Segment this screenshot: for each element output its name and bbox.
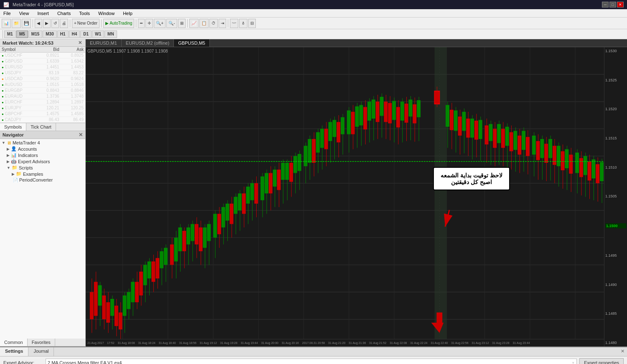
line-button[interactable]: ━ <box>138 19 145 28</box>
close-button[interactable]: ✕ <box>617 2 624 8</box>
menu-view[interactable]: View <box>18 11 31 16</box>
price-1530: 1.1530 <box>605 49 626 53</box>
menu-window[interactable]: Window <box>97 11 116 16</box>
svg-rect-204 <box>493 129 497 148</box>
svg-rect-137 <box>332 120 336 137</box>
tf-d1[interactable]: D1 <box>80 30 92 38</box>
svg-rect-182 <box>446 105 449 127</box>
maximize-button[interactable]: □ <box>609 2 616 8</box>
tf-h1[interactable]: H1 <box>57 30 69 38</box>
tf-m1[interactable]: M1 <box>4 30 16 38</box>
market-watch-close[interactable]: ✕ <box>77 40 83 46</box>
market-watch-row[interactable]: ● EURUSD1.44511.4453 <box>0 64 85 70</box>
reload-button[interactable]: ↺ <box>51 19 59 28</box>
menu-tools[interactable]: Tools <box>77 11 92 16</box>
market-watch-row[interactable]: ● USDCHF0.89210.8925 <box>0 53 85 58</box>
menu-insert[interactable]: Insert <box>36 11 51 16</box>
expert-properties-button[interactable]: Expert properties <box>579 358 624 364</box>
nav-scripts[interactable]: ▼ 📁 Scripts <box>0 164 85 171</box>
save-button[interactable]: 💾 <box>22 19 31 28</box>
zoom-in-button[interactable]: 🔍+ <box>154 19 166 28</box>
market-watch-row[interactable]: ● GBPCHF1.45751.4585 <box>0 111 85 117</box>
autotrading-button[interactable]: ▶ AutoTrading <box>103 19 134 28</box>
nav-period-converter[interactable]: 📄 PeriodConverter <box>0 177 85 183</box>
chart-type-button[interactable]: 🕯 <box>239 19 247 28</box>
nav-indicators[interactable]: ▶ 📊 Indicators <box>0 152 85 158</box>
market-watch-row[interactable]: ● AUDUSD1.05151.0518 <box>0 82 85 88</box>
nav-accounts[interactable]: ▶ 👤 Accounts <box>0 146 85 152</box>
svg-rect-83 <box>217 214 221 234</box>
menu-help[interactable]: Help <box>121 11 134 16</box>
tf-w1[interactable]: W1 <box>92 30 104 38</box>
new-chart-button[interactable]: 📊 <box>2 19 11 28</box>
tf-m5[interactable]: M5 <box>16 30 28 38</box>
svg-rect-43 <box>131 282 135 302</box>
tab-symbols[interactable]: Symbols <box>0 123 26 131</box>
svg-rect-208 <box>501 129 505 148</box>
indicator-button[interactable]: 📈 <box>189 19 199 28</box>
crosshair-button[interactable]: ✛ <box>145 19 153 28</box>
svg-rect-95 <box>242 193 246 214</box>
navigator-header: Navigator ✕ <box>0 131 85 139</box>
svg-rect-222 <box>532 136 536 155</box>
tab-settings[interactable]: Settings <box>0 347 28 356</box>
nav-examples[interactable]: ▶ 📁 Examples <box>0 171 85 177</box>
grid-button[interactable]: ⊟ <box>248 19 256 28</box>
tf-h4[interactable]: H4 <box>69 30 80 38</box>
tab-tick-chart[interactable]: Tick Chart <box>26 123 56 131</box>
ma-button[interactable]: 〰 <box>230 19 238 28</box>
menu-charts[interactable]: Charts <box>56 11 72 16</box>
svg-rect-23 <box>90 292 94 319</box>
navigator-close[interactable]: ✕ <box>79 132 83 138</box>
period-button[interactable]: ⏱ <box>209 19 218 28</box>
market-watch-tabs: Symbols Tick Chart <box>0 123 85 131</box>
nav-metatrader4[interactable]: ▼ 🖥 MetaTrader 4 <box>0 140 85 146</box>
svg-rect-45 <box>135 282 139 302</box>
market-watch-row[interactable]: ● USDCAD0.96200.9624 <box>0 76 85 82</box>
templates-button[interactable]: 📋 <box>199 19 209 28</box>
properties-button[interactable]: ⊞ <box>178 19 186 28</box>
market-watch-row[interactable]: ● EURGBP0.88430.8846 <box>0 88 85 94</box>
scrollright-button[interactable]: ⇥ <box>219 19 226 28</box>
tab-favorites[interactable]: Favorites <box>28 339 55 346</box>
open-button[interactable]: 📁 <box>12 19 21 28</box>
svg-rect-200 <box>485 125 489 144</box>
svg-rect-145 <box>351 112 355 134</box>
market-watch-row[interactable]: ● GBPUSD1.63391.6342 <box>0 58 85 64</box>
market-watch-row[interactable]: ● EURAUD1.37361.3748 <box>0 94 85 99</box>
svg-rect-105 <box>265 173 268 193</box>
tab-journal[interactable]: Journal <box>28 347 54 356</box>
strategy-tester-close[interactable]: ✕ <box>618 347 627 356</box>
chart-tab-eurusd-m1[interactable]: EURUSD,M1 <box>86 39 122 47</box>
tf-sep-left <box>3 30 3 38</box>
menu-file[interactable]: File <box>2 11 13 16</box>
toolbar-sep-5 <box>187 19 188 28</box>
chart-tab-gbpusd-m5[interactable]: GBPUSD,M5 <box>174 39 210 47</box>
svg-rect-59 <box>164 248 168 265</box>
tf-m15[interactable]: M15 <box>28 30 42 38</box>
tf-mn[interactable]: MN <box>104 30 117 38</box>
svg-rect-65 <box>178 228 182 251</box>
forward-button[interactable]: ▶ <box>43 19 51 28</box>
print-button[interactable]: 🖨 <box>60 19 68 28</box>
market-watch-row[interactable]: ● EURCHF1.28941.2897 <box>0 99 85 105</box>
market-watch-row[interactable]: ● USDJPY83.1983.22 <box>0 70 85 76</box>
svg-rect-119 <box>293 156 297 173</box>
indicators-icon: 📊 <box>11 152 17 158</box>
new-order-button[interactable]: + New Order <box>72 19 99 28</box>
market-watch-row[interactable]: ● CADJPY86.4386.49 <box>0 117 85 123</box>
svg-rect-190 <box>462 112 466 131</box>
svg-rect-153 <box>367 101 371 121</box>
chart-tab-eurusd-m2[interactable]: EURUSD,M2 (offline) <box>122 39 174 47</box>
price-1520: 1.1520 <box>605 107 626 111</box>
svg-rect-186 <box>454 111 458 131</box>
expert-selector[interactable]: 2 MA Crosses Mega filter EA V1.ex4 ▼ <box>46 359 577 364</box>
chart-canvas[interactable]: GBPUSD,M5 1.1907 1.1908 1.1907 1.1908 <box>86 47 627 346</box>
nav-expert-advisors[interactable]: ▶ 🤖 Expert Advisors <box>0 158 85 164</box>
back-button[interactable]: ◀ <box>35 19 42 28</box>
tf-m30[interactable]: M30 <box>43 30 56 38</box>
zoom-out-button[interactable]: 🔍- <box>166 19 177 28</box>
tab-common[interactable]: Common <box>0 339 28 346</box>
minimize-button[interactable]: ─ <box>602 2 609 8</box>
market-watch-row[interactable]: ● EURJPY120.21120.25 <box>0 105 85 111</box>
